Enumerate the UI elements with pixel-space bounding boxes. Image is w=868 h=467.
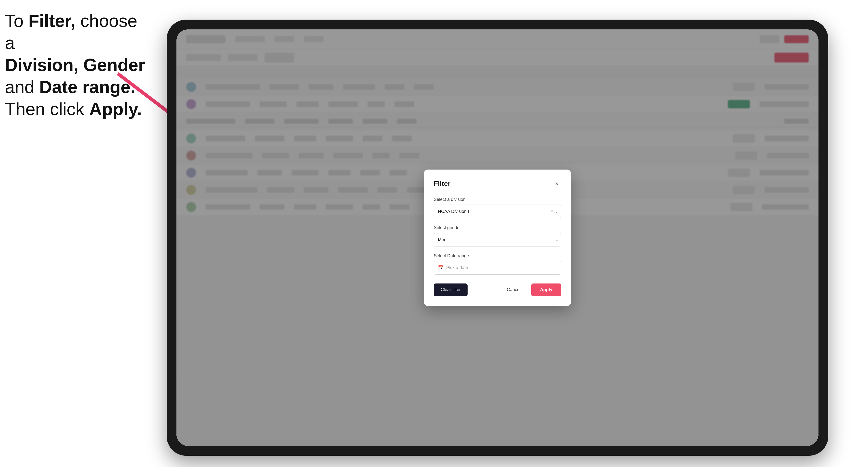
tablet-frame: Filter × Select a division NCAA Division… (167, 20, 828, 456)
division-label: Select a division (434, 197, 561, 202)
modal-header: Filter × (434, 179, 561, 188)
date-range-field: Select Date range 📅 Pick a date (434, 253, 561, 275)
gender-select-wrapper: Men Women × ⌄ (434, 233, 561, 247)
calendar-icon: 📅 (438, 265, 443, 271)
cancel-button[interactable]: Cancel (500, 283, 527, 296)
instruction-line3: and Date range. (5, 77, 135, 97)
footer-right: Cancel Apply (500, 283, 561, 296)
division-field: Select a division NCAA Division I NCAA D… (434, 197, 561, 218)
division-select[interactable]: NCAA Division I NCAA Division II NCAA Di… (434, 205, 561, 218)
date-placeholder: Pick a date (446, 265, 468, 270)
gender-label: Select gender (434, 225, 561, 230)
modal-overlay: Filter × Select a division NCAA Division… (177, 29, 818, 446)
gender-select[interactable]: Men Women (434, 233, 561, 247)
modal-footer: Clear filter Cancel Apply (434, 283, 561, 296)
date-input[interactable]: 📅 Pick a date (434, 261, 561, 275)
modal-title: Filter (434, 180, 451, 188)
clear-filter-button[interactable]: Clear filter (434, 283, 468, 296)
apply-button[interactable]: Apply (531, 283, 561, 296)
instruction-bold: Division, Gender (5, 55, 145, 75)
instruction-block: To Filter, choose a Division, Gender and… (5, 10, 147, 120)
tablet-screen: Filter × Select a division NCAA Division… (177, 29, 818, 446)
filter-modal: Filter × Select a division NCAA Division… (424, 169, 571, 306)
instruction-line1: To Filter, choose a (5, 11, 137, 53)
gender-field: Select gender Men Women × ⌄ (434, 225, 561, 247)
instruction-line4: Then click Apply. (5, 99, 142, 119)
modal-close-button[interactable]: × (552, 179, 561, 188)
date-label: Select Date range (434, 253, 561, 258)
division-select-wrapper: NCAA Division I NCAA Division II NCAA Di… (434, 205, 561, 218)
